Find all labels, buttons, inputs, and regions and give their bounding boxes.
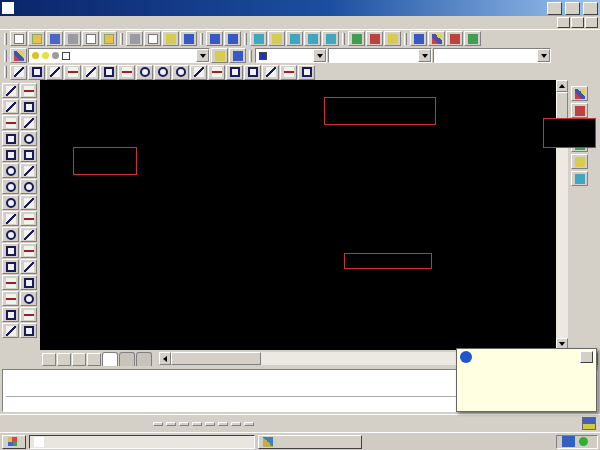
solids-check-icon[interactable]: [571, 171, 588, 186]
lineweight-toggle[interactable]: [231, 422, 241, 426]
linetype-combo[interactable]: [328, 48, 432, 63]
menu-window[interactable]: [90, 16, 100, 30]
designcenter-icon[interactable]: [366, 31, 383, 46]
language-indicator[interactable]: [562, 436, 575, 447]
stretch-icon[interactable]: [20, 211, 37, 226]
match-properties-icon[interactable]: [180, 31, 197, 46]
osnap-toggle[interactable]: [205, 422, 215, 426]
scale-icon[interactable]: [20, 195, 37, 210]
array-icon[interactable]: [20, 147, 37, 162]
markup-icon[interactable]: [446, 31, 463, 46]
tab-last-button[interactable]: [87, 353, 101, 366]
layer-previous-icon[interactable]: [229, 48, 246, 63]
otrack-toggle[interactable]: [218, 422, 228, 426]
snap-quadrant-icon[interactable]: [154, 65, 171, 80]
linetype-combo-arrow[interactable]: [418, 49, 431, 62]
redo-icon[interactable]: [224, 31, 241, 46]
polar-toggle[interactable]: [192, 422, 202, 426]
snap-insert-icon[interactable]: [244, 65, 261, 80]
make-object-layer-current-icon[interactable]: [211, 48, 228, 63]
snap-perpendicular-icon[interactable]: [190, 65, 207, 80]
region-icon[interactable]: [2, 307, 19, 322]
ellipse-icon[interactable]: [2, 227, 19, 242]
cut-icon[interactable]: [126, 31, 143, 46]
mdi-close-button[interactable]: [585, 17, 598, 28]
sheet-set-icon[interactable]: [428, 31, 445, 46]
menu-draw[interactable]: [60, 16, 70, 30]
start-button[interactable]: [2, 435, 26, 449]
line-icon[interactable]: [2, 83, 19, 98]
mdi-minimize-button[interactable]: [557, 17, 570, 28]
scroll-up-button[interactable]: [556, 80, 568, 92]
pan-icon[interactable]: [268, 31, 285, 46]
solids-union-icon[interactable]: [571, 86, 588, 101]
hyperlink-icon[interactable]: [250, 31, 267, 46]
model-space-toggle[interactable]: [244, 422, 254, 426]
spline-icon[interactable]: [2, 211, 19, 226]
tray-status-icon[interactable]: [579, 437, 588, 446]
save-icon[interactable]: [46, 31, 63, 46]
mdi-restore-button[interactable]: [571, 17, 584, 28]
layer-manager-icon[interactable]: [10, 48, 27, 63]
fillet-icon[interactable]: [20, 291, 37, 306]
tab-layout2[interactable]: [136, 352, 152, 366]
trim-icon[interactable]: [20, 227, 37, 242]
explode-icon[interactable]: [20, 307, 37, 322]
break-icon[interactable]: [20, 259, 37, 274]
properties-icon[interactable]: [348, 31, 365, 46]
zoom-realtime-icon[interactable]: [286, 31, 303, 46]
insert-block-icon[interactable]: [2, 243, 19, 258]
tab-first-button[interactable]: [42, 353, 56, 366]
menu-edit[interactable]: [10, 16, 20, 30]
minimize-button[interactable]: [547, 2, 562, 15]
arc-icon[interactable]: [2, 163, 19, 178]
snap-midpoint-icon[interactable]: [64, 65, 81, 80]
erase-icon[interactable]: [20, 83, 37, 98]
layer-combo[interactable]: [28, 48, 210, 63]
menu-modify[interactable]: [80, 16, 90, 30]
properties-tool-icon[interactable]: [20, 323, 37, 338]
snap-from-icon[interactable]: [28, 65, 45, 80]
color-combo[interactable]: [255, 48, 327, 63]
snap-extension-icon[interactable]: [118, 65, 135, 80]
snap-center-icon[interactable]: [136, 65, 153, 80]
autocad-app-icon[interactable]: [2, 2, 14, 14]
hatch-icon[interactable]: [2, 291, 19, 306]
menu-view[interactable]: [20, 16, 30, 30]
copy-icon[interactable]: [144, 31, 161, 46]
rectangle-icon[interactable]: [2, 147, 19, 162]
snap-none-icon[interactable]: [280, 65, 297, 80]
copy-object-icon[interactable]: [20, 99, 37, 114]
snap-apparent-intersection-icon[interactable]: [100, 65, 117, 80]
solids-subtract-icon[interactable]: [571, 103, 588, 118]
mirror-icon[interactable]: [20, 115, 37, 130]
paste-icon[interactable]: [162, 31, 179, 46]
snap-node-icon[interactable]: [226, 65, 243, 80]
rotate-icon[interactable]: [20, 179, 37, 194]
open-file-icon[interactable]: [28, 31, 45, 46]
make-block-icon[interactable]: [2, 259, 19, 274]
tab-layout1[interactable]: [119, 352, 135, 366]
ortho-toggle[interactable]: [179, 422, 189, 426]
snap-intersection-icon[interactable]: [82, 65, 99, 80]
solids-slice-icon[interactable]: [571, 154, 588, 169]
undo-icon[interactable]: [206, 31, 223, 46]
grid-toggle[interactable]: [166, 422, 176, 426]
popup-close-icon[interactable]: [580, 351, 593, 363]
help-icon[interactable]: [410, 31, 427, 46]
menu-dimension[interactable]: [70, 16, 80, 30]
snap-tangent-icon[interactable]: [172, 65, 189, 80]
snap-parallel-icon[interactable]: [208, 65, 225, 80]
move-icon[interactable]: [20, 163, 37, 178]
osnap-settings-icon[interactable]: [298, 65, 315, 80]
temporary-track-point-icon[interactable]: [10, 65, 27, 80]
snap-endpoint-icon[interactable]: [46, 65, 63, 80]
point-icon[interactable]: [2, 275, 19, 290]
extend-icon[interactable]: [20, 243, 37, 258]
menu-help[interactable]: [100, 16, 110, 30]
horizontal-scroll-thumb[interactable]: [171, 352, 261, 365]
snap-toggle[interactable]: [153, 422, 163, 426]
construction-line-icon[interactable]: [2, 99, 19, 114]
multiline-text-icon[interactable]: [2, 323, 19, 338]
menu-insert[interactable]: [30, 16, 40, 30]
